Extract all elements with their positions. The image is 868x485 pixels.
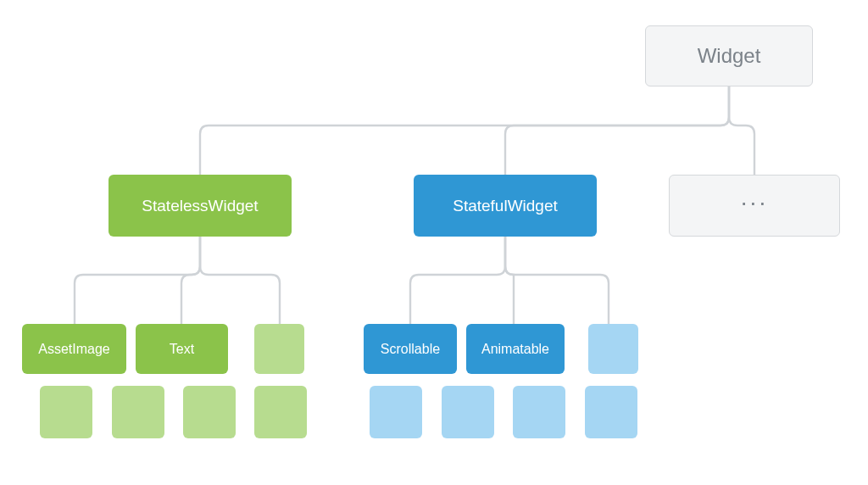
node-widget: Widget [645, 25, 813, 86]
node-text-label: Text [170, 342, 194, 357]
node-stateless-placeholder [254, 324, 304, 374]
node-animatable: Animatable [466, 324, 565, 374]
node-stateless-placeholder [112, 386, 164, 438]
node-stateless-placeholder [254, 386, 307, 438]
node-text: Text [136, 324, 228, 374]
node-stateless-placeholder [183, 386, 236, 438]
node-stateful-widget: StatefulWidget [414, 175, 597, 237]
node-stateful-placeholder [513, 386, 565, 438]
node-scrollable: Scrollable [364, 324, 457, 374]
node-more-label: ··· [741, 203, 768, 209]
node-animatable-label: Animatable [481, 342, 549, 357]
node-more: ··· [669, 175, 840, 237]
node-asset-image-label: AssetImage [38, 342, 109, 357]
node-stateless-widget-label: StatelessWidget [142, 197, 258, 215]
node-stateless-widget: StatelessWidget [108, 175, 292, 237]
node-stateful-placeholder [442, 386, 494, 438]
node-stateful-placeholder [585, 386, 637, 438]
node-stateless-placeholder [40, 386, 92, 438]
node-scrollable-label: Scrollable [381, 342, 440, 357]
node-stateful-placeholder [370, 386, 422, 438]
node-stateful-widget-label: StatefulWidget [453, 197, 558, 215]
node-asset-image: AssetImage [22, 324, 126, 374]
node-stateful-placeholder [588, 324, 638, 374]
node-widget-label: Widget [698, 44, 761, 68]
